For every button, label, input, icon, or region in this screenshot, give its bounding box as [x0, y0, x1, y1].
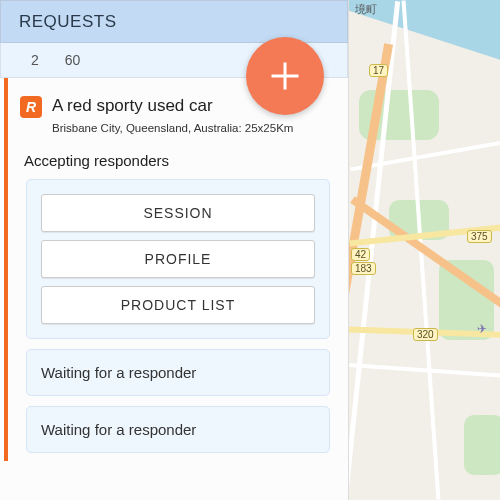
route-shield: 42	[351, 248, 370, 261]
header-title: REQUESTS	[19, 12, 331, 32]
request-card: R A red sporty used car Brisbane City, Q…	[4, 78, 348, 461]
requests-header: REQUESTS	[0, 0, 348, 43]
route-shield: 17	[369, 64, 388, 77]
session-button[interactable]: SESSION	[41, 194, 315, 232]
request-icon: R	[20, 96, 42, 118]
route-shield: 183	[351, 262, 376, 275]
product-list-button[interactable]: PRODUCT LIST	[41, 286, 315, 324]
profile-button[interactable]: PROFILE	[41, 240, 315, 278]
app-root: REQUESTS 2 60 R A red sporty used car Br…	[0, 0, 500, 500]
responder-buttons: SESSION PROFILE PRODUCT LIST	[26, 179, 330, 339]
add-request-button[interactable]	[246, 37, 324, 115]
waiting-slot[interactable]: Waiting for a responder	[26, 349, 330, 396]
request-subtitle: Brisbane City, Queensland, Australia: 25…	[52, 122, 293, 134]
airport-icon: ✈	[477, 322, 487, 336]
map-town-label: 境町	[355, 2, 377, 17]
plus-icon	[267, 58, 303, 94]
stat-b: 60	[65, 52, 81, 68]
route-shield: 320	[413, 328, 438, 341]
map-park	[464, 415, 500, 475]
route-shield: 375	[467, 230, 492, 243]
waiting-slot[interactable]: Waiting for a responder	[26, 406, 330, 453]
responders-label: Accepting responders	[24, 152, 336, 169]
map-view[interactable]: 境町 17 375 42 183 320 ✈	[349, 0, 500, 500]
stat-a: 2	[31, 52, 39, 68]
left-panel: REQUESTS 2 60 R A red sporty used car Br…	[0, 0, 349, 500]
